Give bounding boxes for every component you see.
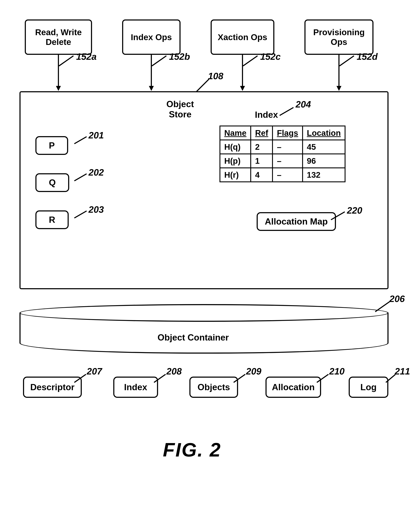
th-ref: Ref bbox=[251, 126, 273, 140]
ref-201: 201 bbox=[89, 130, 104, 141]
ref-108: 108 bbox=[208, 71, 223, 81]
ref-202: 202 bbox=[89, 167, 104, 178]
cell: 2 bbox=[251, 140, 273, 154]
figure-caption: FIG. 2 bbox=[163, 438, 221, 461]
object-container-title: Object Container bbox=[158, 332, 229, 343]
ref-207: 207 bbox=[87, 366, 102, 377]
descriptor-box: Descriptor bbox=[23, 377, 82, 398]
arrow-xaction bbox=[242, 55, 243, 87]
cell: H(r) bbox=[220, 168, 251, 182]
block-r: R bbox=[35, 210, 69, 229]
ref-208: 208 bbox=[166, 366, 182, 377]
cell: 1 bbox=[251, 154, 273, 168]
arrowhead-prov bbox=[336, 86, 341, 91]
th-flags: Flags bbox=[273, 126, 303, 140]
ref-152d: 152d bbox=[357, 51, 378, 62]
ref-206: 206 bbox=[389, 294, 405, 304]
arrow-index bbox=[151, 55, 152, 87]
cell: – bbox=[273, 168, 303, 182]
table-row: H(p) 1 – 96 bbox=[220, 154, 345, 168]
block-p: P bbox=[35, 136, 68, 155]
arrowhead-rwd bbox=[56, 86, 61, 91]
table-row: H(r) 4 – 132 bbox=[220, 168, 345, 182]
index-label: Index bbox=[255, 110, 278, 120]
cell: 132 bbox=[303, 168, 345, 182]
arrow-rwd bbox=[58, 55, 59, 87]
ref-152a: 152a bbox=[76, 51, 97, 62]
cell: H(p) bbox=[220, 154, 251, 168]
cell: H(q) bbox=[220, 140, 251, 154]
provisioning-ops-box: Provisioning Ops bbox=[305, 19, 374, 55]
index-ops-box: Index Ops bbox=[122, 19, 180, 55]
cell: – bbox=[273, 140, 303, 154]
block-q: Q bbox=[35, 173, 69, 192]
xaction-ops-box: Xaction Ops bbox=[211, 19, 274, 55]
arrowhead-xaction bbox=[240, 86, 245, 91]
ref-152c: 152c bbox=[260, 51, 281, 62]
objects-box: Objects bbox=[189, 377, 238, 398]
cell: 4 bbox=[251, 168, 273, 182]
ref-220: 220 bbox=[347, 205, 362, 216]
object-store-container bbox=[20, 91, 388, 289]
ref-210: 210 bbox=[329, 366, 345, 377]
ref-152b: 152b bbox=[169, 51, 190, 62]
table-row: H(q) 2 – 45 bbox=[220, 140, 345, 154]
leader-152a bbox=[59, 55, 74, 66]
th-loc: Location bbox=[303, 126, 345, 140]
ref-211: 211 bbox=[395, 366, 410, 377]
arrow-prov bbox=[338, 55, 339, 87]
ref-209: 209 bbox=[246, 366, 261, 377]
ref-203: 203 bbox=[89, 204, 104, 215]
cell: 96 bbox=[303, 154, 345, 168]
leader-206 bbox=[375, 301, 390, 312]
log-box: Log bbox=[349, 377, 388, 398]
read-write-delete-box: Read, Write Delete bbox=[25, 19, 92, 55]
arrowhead-index bbox=[149, 86, 154, 91]
leader-152c bbox=[243, 55, 258, 66]
allocation-box: Allocation bbox=[266, 377, 321, 398]
allocation-map-box: Allocation Map bbox=[257, 212, 336, 231]
index-box: Index bbox=[113, 377, 158, 398]
index-table: Name Ref Flags Location H(q) 2 – 45 H(p)… bbox=[219, 125, 345, 182]
cell: – bbox=[273, 154, 303, 168]
leader-152b bbox=[151, 55, 167, 66]
th-name: Name bbox=[220, 126, 251, 140]
leader-108 bbox=[196, 79, 209, 92]
cell: 45 bbox=[303, 140, 345, 154]
ref-204: 204 bbox=[296, 99, 311, 110]
leader-152d bbox=[339, 55, 354, 66]
object-store-title: Object Store bbox=[166, 99, 194, 120]
